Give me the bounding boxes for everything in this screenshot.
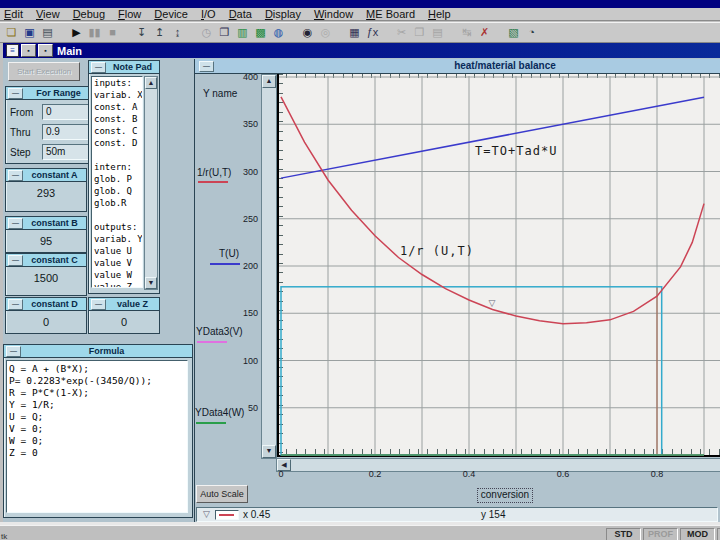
y-tick-400: 400 — [224, 72, 258, 82]
scroll-down-icon[interactable]: ▼ — [262, 445, 276, 458]
constant-d-value[interactable]: 0 — [6, 311, 86, 328]
cursor-y-value: y 154 — [481, 509, 505, 520]
text-line: value W — [94, 269, 142, 281]
formula-panel: — Formula Q = A + (B*X);P= 0.2283*exp(-(… — [3, 344, 193, 518]
print-icon[interactable]: ▤ — [39, 25, 56, 40]
from-field[interactable]: 0 — [42, 104, 91, 120]
main-window-title: Main — [57, 45, 82, 57]
connect-icon[interactable]: ↹ — [458, 25, 475, 40]
minimize-icon[interactable]: — — [8, 218, 23, 229]
formula-text[interactable]: Q = A + (B*X);P= 0.2283*exp(-(3450/Q));R… — [6, 360, 188, 513]
step-out-icon[interactable]: ↨ — [169, 25, 186, 40]
plot-annotation: T=TO+Tad*U — [475, 144, 557, 158]
note-pad-text[interactable]: inputs:variab. Xconst. Aconst. Bconst. C… — [91, 76, 143, 288]
scroll-up-icon[interactable]: ▲ — [262, 75, 276, 88]
legend-swatch-4 — [196, 422, 226, 424]
menu-item-flow[interactable]: Flow — [118, 8, 141, 20]
menu-item-display[interactable]: Display — [265, 8, 301, 20]
scroll-down-icon[interactable]: ▼ — [145, 277, 157, 289]
legend-label-2[interactable]: T(U) — [219, 248, 239, 259]
device-probe-icon[interactable]: ▥ — [234, 25, 251, 40]
legend-swatch-1 — [198, 181, 228, 183]
properties-icon[interactable]: ▦ — [346, 25, 363, 40]
plot-status-row: ▽ x 0.45 y 154 — [196, 507, 718, 522]
chart-canvas: T=TO+Tad*U1/r (U,T)▽ — [277, 74, 720, 457]
find-next-icon[interactable]: ◎ — [317, 25, 334, 40]
open-icon[interactable]: ❏ — [3, 25, 20, 40]
menu-item-device[interactable]: Device — [154, 8, 188, 20]
constant-b-value[interactable]: 95 — [6, 230, 86, 247]
menu-item-view[interactable]: View — [36, 8, 60, 20]
mode-indicator-mod: MOD — [680, 528, 715, 540]
step-into-icon[interactable]: ↧ — [133, 25, 150, 40]
x-axis-title[interactable]: conversion — [477, 488, 533, 503]
series-line-swatch — [215, 510, 239, 520]
value-z-value[interactable]: 0 — [89, 311, 159, 328]
y-tick-150: 150 — [224, 308, 258, 318]
thru-field[interactable]: 0.9 — [42, 124, 91, 140]
pause-icon[interactable]: ▮▮ — [86, 25, 103, 40]
minimize-icon[interactable]: — — [91, 62, 106, 73]
step-over-icon[interactable]: ↥ — [151, 25, 168, 40]
timer-icon[interactable]: ◷ — [198, 25, 215, 40]
constant-c-panel: — constant C 1500 — [5, 253, 87, 296]
stop-icon[interactable]: ■ — [104, 25, 121, 40]
text-line: glob.R — [94, 197, 142, 209]
cursor-marker-icon: ▽ — [489, 298, 496, 308]
minimize-icon[interactable]: — — [8, 88, 23, 99]
text-line: intern: — [94, 161, 142, 173]
device-node-icon[interactable]: ▩ — [252, 25, 269, 40]
text-line: const. C — [94, 125, 142, 137]
menu-item-edit[interactable]: Edit — [4, 8, 23, 20]
constant-b-title: constant B — [23, 218, 86, 228]
image-view-icon[interactable]: ▧ — [505, 25, 522, 40]
note-pad-scrollbar[interactable]: ▲ ▼ — [144, 76, 158, 290]
copy-icon[interactable]: ❐ — [411, 25, 428, 40]
y-tick-200: 200 — [224, 261, 258, 271]
find-icon[interactable]: ◉ — [299, 25, 316, 40]
formula-title: Formula — [21, 346, 192, 356]
minimize-icon[interactable]: — — [8, 170, 23, 181]
main-window-title-bar[interactable]: ≡ ▪ ▪ Main — [3, 43, 720, 58]
text-line: Y = 1/R; — [9, 399, 187, 411]
function-fx-icon[interactable]: ƒx — [364, 25, 381, 40]
y-tick-300: 300 — [224, 167, 258, 177]
paste-icon[interactable]: ▤ — [429, 25, 446, 40]
scroll-up-icon[interactable]: ▲ — [145, 77, 157, 89]
plot-title-bar[interactable]: — heat/material balance — [195, 59, 720, 74]
menu-item-help[interactable]: Help — [428, 8, 451, 20]
mode-indicator-prof: PROF — [643, 528, 678, 540]
copy-structure-icon[interactable]: ❐ — [216, 25, 233, 40]
menu-item-window[interactable]: Window — [314, 8, 353, 20]
window-button-2[interactable]: ▪ — [38, 44, 53, 57]
minimize-icon[interactable]: — — [6, 346, 21, 357]
menu-item-i-o[interactable]: I/O — [201, 8, 216, 20]
step-field[interactable]: 50m — [42, 144, 91, 160]
menu-item-me-board[interactable]: ME Board — [366, 8, 415, 20]
text-line: U = Q; — [9, 411, 187, 423]
window-button-1[interactable]: ▪ — [21, 44, 36, 57]
constant-a-value[interactable]: 293 — [6, 182, 86, 199]
menu-item-debug[interactable]: Debug — [73, 8, 105, 20]
auto-scale-button[interactable]: Auto Scale — [196, 485, 248, 503]
plot-vertical-scrollbar[interactable]: ▲ ▼ — [261, 74, 277, 459]
delete-breakpoints-icon[interactable]: ✗ — [476, 25, 493, 40]
legend-label-3[interactable]: YData3(V) — [196, 326, 243, 337]
constant-c-value[interactable]: 1500 — [6, 267, 86, 284]
step-label: Step — [10, 147, 42, 158]
text-line: const. D — [94, 137, 142, 149]
y-tick-350: 350 — [224, 119, 258, 129]
toolbar-group: ↧↥↨ — [133, 25, 187, 40]
red-line-icon — [219, 514, 234, 516]
stopwatch-icon[interactable]: ◔ — [523, 25, 540, 40]
save-icon[interactable]: ▣ — [21, 25, 38, 40]
minimize-icon[interactable]: — — [91, 299, 106, 310]
cut-icon[interactable]: ✂ — [393, 25, 410, 40]
text-line: glob. Q — [94, 185, 142, 197]
menu-item-data[interactable]: Data — [229, 8, 252, 20]
minimize-icon[interactable]: — — [8, 299, 23, 310]
run-icon[interactable]: ▶ — [68, 25, 85, 40]
start-execution-button[interactable]: Start Execution — [8, 62, 80, 81]
minimize-icon[interactable]: — — [8, 255, 23, 266]
web-icon[interactable]: ◍ — [270, 25, 287, 40]
